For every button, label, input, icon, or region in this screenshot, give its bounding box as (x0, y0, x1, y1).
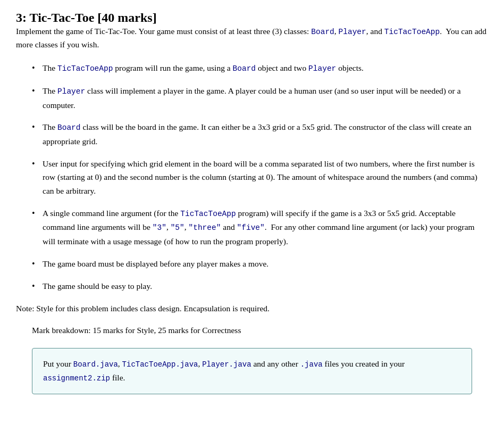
note-paragraph: Note: Style for this problem includes cl… (16, 302, 488, 316)
code-player-2: Player (57, 87, 85, 96)
list-item: User input for specifying which grid ele… (32, 157, 488, 198)
code-player-1: Player (308, 64, 336, 73)
section-container: 3: Tic-Tac-Toe [40 marks] Implement the … (16, 11, 488, 394)
list-item: The Board class will be the board in the… (32, 120, 488, 148)
code-tictactoeapp-2: TicTacToeApp (180, 210, 236, 218)
requirements-list: The TicTacToeApp program will run the ga… (32, 61, 488, 293)
class-player-intro: Player (339, 28, 366, 36)
code-tictactoeapp-java: TicTacToeApp.java (122, 360, 198, 369)
code-arg-three: "three" (189, 223, 221, 232)
code-player-java: Player.java (202, 360, 251, 369)
code-board-2: Board (57, 123, 81, 132)
section-title: 3: Tic-Tac-Toe [40 marks] (16, 11, 488, 25)
mark-breakdown: Mark breakdown: 15 marks for Style, 25 m… (32, 324, 488, 337)
code-tictactoeapp-1: TicTacToeApp (57, 64, 113, 73)
code-board-1: Board (233, 64, 256, 73)
code-java-ext: .java (300, 360, 323, 369)
list-item: The game board must be displayed before … (32, 257, 488, 271)
code-arg-five: "five" (237, 223, 265, 232)
code-board-java: Board.java (73, 360, 118, 369)
class-board-intro: Board (311, 28, 334, 36)
list-item: The game should be easy to play. (32, 279, 488, 293)
file-submission-box: Put your Board.java, TicTacToeApp.java, … (32, 348, 472, 395)
intro-paragraph: Implement the game of Tic-Tac-Toe. Your … (16, 25, 488, 52)
class-tictactoe-intro: TicTacToeApp (384, 28, 440, 36)
list-item: The TicTacToeApp program will run the ga… (32, 61, 488, 76)
list-item: A single command line argument (for the … (32, 206, 488, 248)
code-arg-3: "3" (153, 223, 166, 232)
list-item: The Player class will implement a player… (32, 84, 488, 112)
code-zip-file: assignment2.zip (43, 374, 110, 383)
code-arg-5: "5" (171, 223, 184, 232)
